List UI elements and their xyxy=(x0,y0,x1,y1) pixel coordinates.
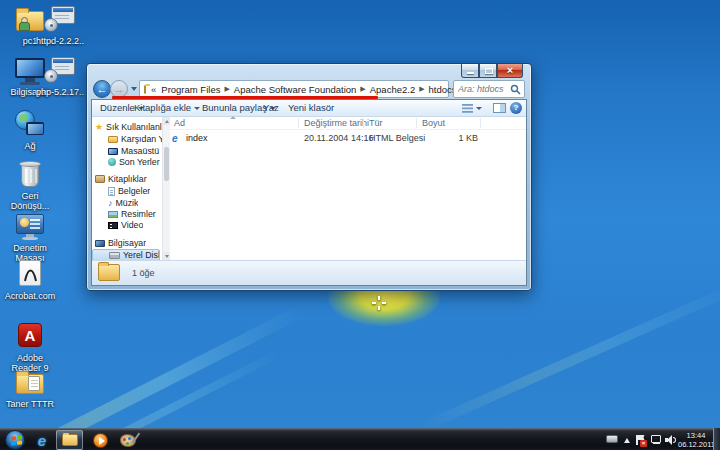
taskbar-explorer-button-active[interactable] xyxy=(56,430,83,450)
file-name: index xyxy=(186,132,208,145)
file-type: HTML Belgesi xyxy=(369,132,425,145)
desktop-icon-label: Taner TTTR xyxy=(2,400,58,410)
sidebar-item-recent-places[interactable]: Son Yerler xyxy=(92,156,162,168)
file-row-index[interactable]: e index 20.11.2004 14:16 HTML Belgesi 1 … xyxy=(170,132,522,145)
volume-icon[interactable] xyxy=(665,435,676,445)
music-note-icon xyxy=(108,199,113,208)
desktop-icon-label: Geri Dönüşü... xyxy=(2,192,58,211)
window-content: Düzenle Kitaplığa ekle Bununla paylaş Ya… xyxy=(91,99,527,286)
network-status-icon[interactable] xyxy=(651,435,662,444)
disk-drive-icon xyxy=(109,252,120,259)
acrobat-com-icon xyxy=(19,260,41,286)
scroll-up-icon[interactable] xyxy=(163,117,170,125)
close-button[interactable] xyxy=(497,64,523,78)
desktop-icon-php-installer[interactable]: php-5.2.17.. xyxy=(32,56,88,98)
desktop-icon-recycle-bin[interactable]: Geri Dönüşü... xyxy=(2,160,58,211)
mouse-cursor xyxy=(372,296,386,310)
include-in-library-button[interactable]: Kitaplığa ekle xyxy=(130,100,204,116)
chevron-down-icon xyxy=(476,107,482,110)
burn-button[interactable]: Yaz xyxy=(259,100,283,116)
control-panel-icon xyxy=(16,214,44,234)
sidebar-item-video[interactable]: Video xyxy=(92,219,162,231)
windows-flag-icon xyxy=(11,435,22,446)
breadcrumb-separator-icon: ▶ xyxy=(359,85,366,93)
breadcrumb-overflow-chevron[interactable]: « xyxy=(151,84,156,95)
desktop-icon-control-panel[interactable]: Denetim Masası xyxy=(2,212,58,263)
breadcrumb-segment[interactable]: Apache Software Foundation xyxy=(231,84,360,95)
keyboard-language-icon[interactable] xyxy=(606,435,618,443)
start-button[interactable] xyxy=(5,430,25,450)
taskbar-internet-explorer-button[interactable]: e xyxy=(30,431,54,449)
navigation-scrollbar[interactable] xyxy=(162,117,170,260)
search-input[interactable] xyxy=(454,84,510,94)
search-box[interactable] xyxy=(453,80,525,98)
recent-pages-dropdown-icon[interactable] xyxy=(131,87,137,91)
desktop-icon xyxy=(108,148,118,155)
file-size: 1 KB xyxy=(422,132,478,145)
sidebar-item-favorites[interactable]: Sık Kullanılanlar xyxy=(92,121,162,133)
sidebar-item-documents[interactable]: Belgeler xyxy=(92,185,162,197)
item-count: 1 öğe xyxy=(132,268,155,278)
column-header-date[interactable]: Değiştirme tarihi xyxy=(304,117,369,130)
internet-explorer-icon: e xyxy=(38,432,46,449)
desktop-icon-httpd-installer[interactable]: httpd-2.2.2.. xyxy=(32,5,88,47)
picture-icon xyxy=(108,211,118,218)
system-tray: × 13:44 06.12.2011 xyxy=(574,429,714,450)
scroll-down-icon[interactable] xyxy=(163,252,170,260)
file-date: 20.11.2004 14:16 xyxy=(304,132,373,145)
search-icon[interactable] xyxy=(510,84,521,95)
preview-pane-button[interactable] xyxy=(493,103,506,113)
desktop-icon-adobe-reader[interactable]: A Adobe Reader 9 xyxy=(2,322,58,373)
taskbar-media-player-button[interactable] xyxy=(88,431,112,449)
help-button[interactable]: ? xyxy=(510,102,522,114)
desktop-icon-network[interactable]: Ağ xyxy=(2,110,58,152)
new-folder-button[interactable]: Yeni klasör xyxy=(284,100,338,116)
annotation-underline xyxy=(112,96,378,99)
clock-time: 13:44 xyxy=(678,431,714,440)
taskbar: e × 13:44 06.12.2011 xyxy=(0,428,720,450)
recent-places-icon xyxy=(108,158,116,166)
film-icon xyxy=(108,222,118,229)
downloads-folder-icon xyxy=(108,136,118,143)
back-button[interactable]: ← xyxy=(93,80,111,98)
desktop-icon-label: Acrobat.com xyxy=(2,292,58,302)
maximize-button[interactable] xyxy=(479,64,497,78)
sidebar-item-computer[interactable]: Bilgisayar xyxy=(92,237,162,249)
desktop: pc1 httpd-2.2.2.. Bilgisayar php-5.2.17.… xyxy=(0,0,720,450)
computer-icon xyxy=(95,240,105,247)
change-view-button[interactable] xyxy=(462,103,484,114)
sidebar-item-libraries[interactable]: Kitaplıklar xyxy=(92,173,162,185)
breadcrumb-segment[interactable]: Apache2.2 xyxy=(367,84,418,95)
clock-date: 06.12.2011 xyxy=(678,440,714,449)
column-header-type[interactable]: Tür xyxy=(369,117,383,130)
recycle-bin-icon xyxy=(21,164,39,187)
folder-icon xyxy=(62,434,78,446)
sidebar-item-local-disk-c[interactable]: Yerel Disk (C:) xyxy=(92,249,160,260)
desktop-icon-acrobat-com[interactable]: Acrobat.com xyxy=(2,260,58,302)
breadcrumb-segment[interactable]: Program Files xyxy=(158,84,223,95)
views-icon xyxy=(462,104,473,113)
desktop-icon-label: httpd-2.2.2.. xyxy=(32,37,88,47)
minimize-button[interactable] xyxy=(461,64,479,78)
column-header-size[interactable]: Boyut xyxy=(422,117,445,130)
folder-icon xyxy=(144,85,146,94)
command-bar: Düzenle Kitaplığa ekle Bununla paylaş Ya… xyxy=(92,100,526,117)
status-bar: 1 öğe xyxy=(92,260,526,285)
adobe-reader-icon: A xyxy=(18,323,42,347)
desktop-icon-taner-folder[interactable]: Taner TTTR xyxy=(2,368,58,410)
taskbar-paint-button[interactable] xyxy=(116,431,140,449)
navigation-pane: Sık Kullanılanlar Karşıdan Yüklem Masaüs… xyxy=(92,117,162,260)
scrollbar-thumb[interactable] xyxy=(164,147,169,181)
sort-ascending-icon xyxy=(230,116,236,119)
html-file-icon: e xyxy=(172,132,178,145)
desktop-icon-label: Ağ xyxy=(2,142,58,152)
libraries-icon xyxy=(95,175,105,183)
desktop-icon-label: php-5.2.17.. xyxy=(32,88,88,98)
taskbar-clock[interactable]: 13:44 06.12.2011 xyxy=(678,431,714,449)
column-header-name[interactable]: Ad xyxy=(174,117,185,130)
wallpaper-streak xyxy=(414,279,720,435)
show-hidden-icons-icon[interactable] xyxy=(624,438,630,443)
sidebar-item-downloads[interactable]: Karşıdan Yüklem xyxy=(92,133,162,145)
show-desktop-button[interactable] xyxy=(713,428,720,450)
folder-icon xyxy=(98,264,120,281)
